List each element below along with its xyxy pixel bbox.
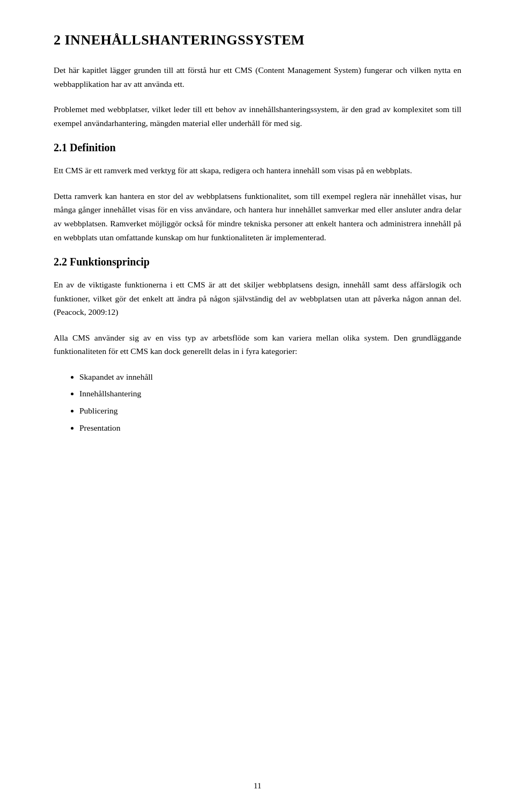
intro-paragraph: Det här kapitlet lägger grunden till att… (54, 63, 461, 91)
definition-paragraph-1: Ett CMS är ett ramverk med verktyg för a… (54, 164, 461, 178)
section-2-1-title: 2.1 Definition (54, 142, 461, 154)
definition-paragraph-2: Detta ramverk kan hantera en stor del av… (54, 189, 461, 244)
problem-paragraph: Problemet med webbplatser, vilket leder … (54, 102, 461, 130)
chapter-title: 2 INNEHÅLLSHANTERINGSSYSTEM (54, 32, 461, 48)
section-2-2-title: 2.2 Funktionsprincip (54, 256, 461, 268)
funktionsprincip-paragraph-1: En av de viktigaste funktionerna i ett C… (54, 278, 461, 319)
bullet-list: Skapandet av innehållInnehållshanteringP… (79, 370, 461, 434)
list-item: Skapandet av innehåll (79, 370, 461, 384)
page-number: 11 (254, 781, 261, 791)
page: 2 INNEHÅLLSHANTERINGSSYSTEM Det här kapi… (0, 0, 515, 812)
list-item: Presentation (79, 421, 461, 435)
list-item: Publicering (79, 404, 461, 418)
funktionsprincip-paragraph-2: Alla CMS använder sig av en viss typ av … (54, 331, 461, 358)
list-item: Innehållshantering (79, 387, 461, 401)
